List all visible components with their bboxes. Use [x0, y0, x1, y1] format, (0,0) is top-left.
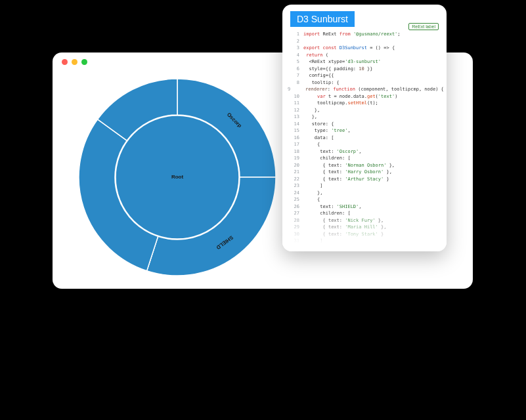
line-number: 23	[288, 182, 299, 190]
code-line: 16 data: [	[288, 135, 441, 142]
line-number: 18	[288, 148, 299, 156]
line-number: 3	[288, 45, 299, 52]
line-number: 11	[288, 100, 299, 107]
line-number: 24	[288, 190, 299, 197]
code-line: 7 config={{	[288, 72, 441, 79]
line-number: 9	[288, 86, 290, 93]
code-line: 19 children: [	[288, 155, 441, 162]
maximize-icon[interactable]	[81, 59, 87, 65]
code-line: 13 },	[288, 114, 441, 121]
code-line: 6 style={{ padding: 10 }}	[288, 66, 441, 73]
code-line: 4 return (	[288, 52, 441, 59]
code-line: 5 <ReExt xtype='d3-sunburst'	[288, 58, 441, 66]
line-number: 15	[288, 127, 299, 135]
code-line: 8 tooltip: {	[288, 79, 441, 87]
line-number: 21	[288, 169, 299, 176]
code-line: 20 { text: 'Norman Osborn' },	[288, 162, 441, 169]
line-number: 5	[288, 58, 299, 66]
code-line: 26 text: 'SHIELD',	[288, 203, 441, 211]
code-line: 23 ]	[288, 182, 441, 190]
line-number: 10	[288, 93, 299, 100]
line-number: 2	[288, 38, 299, 45]
code-line: 3export const D3Sunburst = () => {	[288, 45, 441, 52]
code-line: 10 var t = node.data.get('text')	[288, 93, 441, 100]
fade-overlay	[282, 212, 447, 251]
reext-label-badge[interactable]: ReExt label	[408, 23, 439, 30]
line-number: 4	[288, 52, 299, 59]
sunburst-chart[interactable]: OscorpSHIELDRoot	[72, 72, 282, 282]
line-number: 20	[288, 162, 299, 169]
stage: OscorpSHIELDRoot D3 Sunburst ReExt label…	[0, 0, 526, 420]
code-line: 18 text: 'Oscorp',	[288, 148, 441, 156]
line-number: 8	[288, 79, 299, 87]
line-number: 16	[288, 135, 299, 142]
code-line: 15 type: 'tree',	[288, 127, 441, 135]
code-line: 21 { text: 'Harry Osborn' },	[288, 169, 441, 176]
line-number: 22	[288, 176, 299, 183]
code-line: 14 store: {	[288, 121, 441, 128]
line-number: 13	[288, 114, 299, 121]
code-line: 22 { text: 'Arthur Stacy' }	[288, 176, 441, 183]
window-traffic-lights	[62, 59, 87, 65]
code-line: 11 tooltipcmp.setHtml(t);	[288, 100, 441, 107]
code-line: 17 {	[288, 141, 441, 148]
line-number: 25	[288, 196, 299, 203]
code-line: 12 },	[288, 107, 441, 114]
code-line: 24 },	[288, 190, 441, 197]
line-number: 19	[288, 155, 299, 162]
sunburst-center-label: Root	[171, 174, 184, 180]
line-number: 26	[288, 203, 299, 211]
close-icon[interactable]	[62, 59, 68, 65]
line-number: 14	[288, 121, 299, 128]
code-header: D3 Sunburst ReExt label	[282, 5, 447, 31]
code-line: 2	[288, 38, 441, 45]
sunburst-svg: OscorpSHIELDRoot	[72, 72, 282, 282]
code-line: 1import ReExt from '@gusmano/reext';	[288, 31, 441, 38]
code-line: 25 {	[288, 196, 441, 203]
line-number: 12	[288, 107, 299, 114]
minimize-icon[interactable]	[72, 59, 77, 65]
line-number: 7	[288, 72, 299, 79]
code-line: 9 renderer: function (component, tooltip…	[288, 86, 441, 93]
page-title: D3 Sunburst	[290, 11, 355, 27]
code-panel: D3 Sunburst ReExt label 1import ReExt fr…	[282, 5, 447, 251]
line-number: 1	[288, 31, 299, 38]
line-number: 6	[288, 66, 299, 73]
line-number: 17	[288, 141, 299, 148]
